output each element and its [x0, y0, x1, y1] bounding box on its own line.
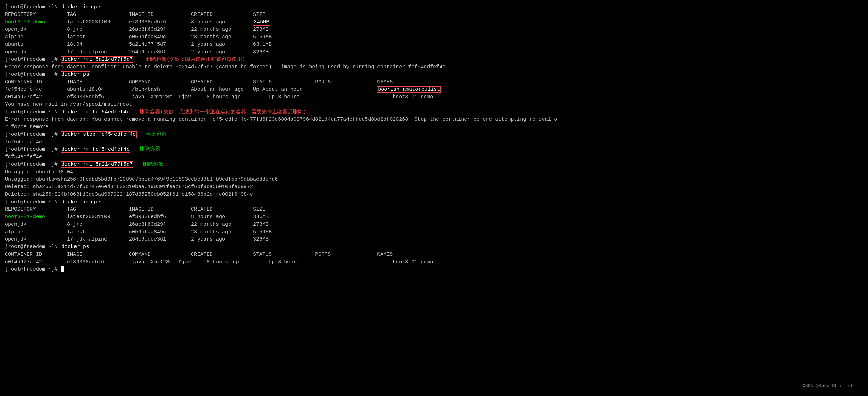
line-16: Error response from daemon: You cannot r… — [5, 116, 863, 123]
line-31: alpine latest c059bfaa849c 23 months ago… — [5, 229, 863, 236]
annotation-stop: 停止容器 — [137, 132, 166, 138]
annotation-rmi-2: 删除镜像 — [133, 162, 163, 167]
cmd-rm-2: docker rm fcf54edfef4e — [61, 146, 130, 153]
line-12: fcf54edfef4e ubuntu:18.04 "/bin/bash" Ab… — [5, 86, 863, 93]
line-4: openjdk 8-jre 26ac3f63d29f 22 months ago… — [5, 26, 863, 33]
line-29: boot3-01-demo latest20231109 ef39338edbf… — [5, 213, 863, 221]
line-1: [root@freedom ~]# docker images — [5, 3, 863, 11]
line-23: Untagged: ubuntu:18.04 — [5, 169, 863, 176]
line-15: [root@freedom ~]# docker rm fcf54edfef4e… — [5, 109, 863, 116]
line-21: fcf54edfef4e — [5, 153, 863, 161]
footer: CSDN @Kudō Shin-ichi — [803, 383, 856, 389]
line-34: CONTAINER ID IMAGE COMMAND CREATED STATU… — [5, 251, 863, 258]
line-22: [root@freedom ~]# docker rmi 5a214d77f5d… — [5, 161, 863, 169]
line-9: Error response from daemon: conflict: un… — [5, 63, 863, 71]
line-36: [root@freedom ~]# █ — [5, 266, 863, 273]
line-19: fcf54edfef4e — [5, 139, 863, 146]
line-18: [root@freedom ~]# docker stop fcf54edfef… — [5, 131, 863, 139]
line-7: openjdk 17-jdk-alpine 264c9bdce361 2 yea… — [5, 49, 863, 56]
line-30: openjdk 8-jre 26ac3f63d29f 22 months ago… — [5, 221, 863, 229]
line-26: Deleted: sha256:824bf068fd3dc3ad967022f1… — [5, 191, 863, 199]
line-13: c014a927ef42 ef39338edbf6 "java -Xmx128m… — [5, 93, 863, 101]
line-14: You have new mail in /var/spool/mail/roo… — [5, 101, 863, 109]
cmd-ps-1: docker ps — [61, 71, 90, 78]
line-33: [root@freedom ~]# docker ps — [5, 243, 863, 251]
line-27: [root@freedom ~]# docker images — [5, 199, 863, 206]
terminal: [root@freedom ~]# docker images REPOSITO… — [5, 3, 863, 393]
cmd-1: docker images — [61, 4, 102, 10]
line-2: REPOSITORY TAG IMAGE ID CREATED SIZE — [5, 11, 863, 19]
line-10: [root@freedom ~]# docker ps — [5, 71, 863, 79]
cmd-rm-1: docker rm fcf54edfef4e — [61, 109, 130, 115]
container-name-1: boorish_amatorculist — [377, 86, 441, 93]
line-32: openjdk 17-jdk-alpine 264c9bdce361 2 yea… — [5, 236, 863, 243]
line-24: Untagged: ubuntu@sha256:0fedbd5bd9fb7208… — [5, 176, 863, 183]
line-25: Deleted: sha256:5a214d77f5d747e6ed816323… — [5, 183, 863, 191]
line-17: r force remove — [5, 123, 863, 131]
size-boot3: 345MB — [253, 19, 270, 26]
line-20: [root@freedom ~]# docker rm fcf54edfef4e… — [5, 146, 863, 153]
line-3: boot3-01-demo latest20231109 ef39338edbf… — [5, 19, 863, 26]
cmd-images-2: docker images — [61, 199, 102, 205]
line-8: [root@freedom ~]# docker rmi 5a214d77f5d… — [5, 56, 863, 63]
line-35: c014a927ef42 ef39338edbf6 "java -Xmx128m… — [5, 258, 863, 266]
line-28: REPOSITORY TAG IMAGE ID CREATED SIZE — [5, 206, 863, 213]
annotation-rm-1: 删除容器(失败；无法删除一个正在运行的容器，需要先停止容器后删除) — [130, 109, 306, 115]
cmd-stop-1: docker stop fcf54edfef4e — [61, 131, 137, 138]
line-11: CONTAINER ID IMAGE COMMAND CREATED STATU… — [5, 79, 863, 86]
annotation-rm-2: 删除容器 — [130, 146, 160, 152]
cmd-rmi-1: docker rmi 5a214d77f5d7 — [61, 56, 133, 63]
line-6: ubuntu 18.04 5a214d77f5d7 2 years ago 63… — [5, 41, 863, 49]
annotation-rmi-1: 删除镜像(失败；因为镜像正在被容器使用) — [133, 57, 245, 62]
line-5: alpine latest c059bfaa849c 23 months ago… — [5, 33, 863, 41]
cursor: █ — [61, 266, 64, 272]
cmd-ps-2: docker ps — [61, 244, 90, 250]
cmd-rmi-2: docker rmi 5a214d77f5d7 — [61, 161, 133, 168]
prompt-1: [root@freedom ~]# — [5, 4, 61, 10]
